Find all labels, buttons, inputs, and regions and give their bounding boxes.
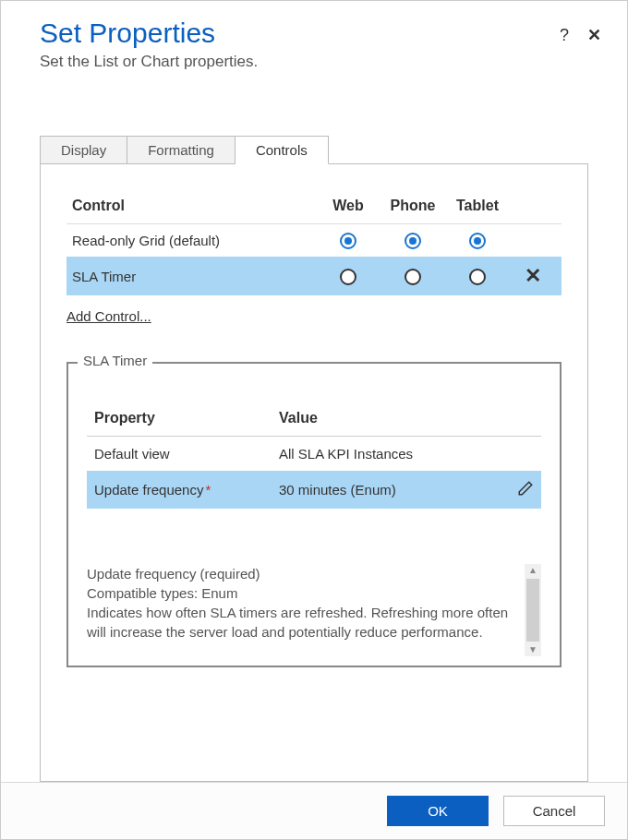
radio-phone[interactable]	[405, 269, 421, 285]
radio-phone[interactable]	[405, 233, 421, 249]
add-control-link[interactable]: Add Control...	[66, 308, 151, 324]
ok-button[interactable]: OK	[387, 796, 489, 826]
desc-body: Indicates how often SLA timers are refre…	[87, 603, 517, 642]
edit-icon[interactable]	[497, 480, 534, 499]
desc-line-types: Compatible types: Enum	[87, 583, 517, 603]
close-icon[interactable]: ✕	[587, 27, 601, 43]
control-row-sla-timer[interactable]: SLA Timer ✕	[66, 257, 562, 295]
property-name: Default view	[94, 446, 279, 462]
scroll-down-icon[interactable]: ▼	[528, 643, 537, 656]
header-actions: ? ✕	[560, 27, 601, 43]
radio-web[interactable]	[340, 269, 356, 285]
property-value: 30 minutes (Enum)	[279, 482, 497, 498]
help-icon[interactable]: ?	[560, 27, 569, 43]
set-properties-dialog: Set Properties Set the List or Chart pro…	[0, 0, 628, 840]
tabs-container: Display Formatting Controls Control Web …	[1, 71, 627, 782]
radio-web[interactable]	[340, 233, 356, 249]
fieldset-legend: SLA Timer	[78, 353, 152, 368]
property-name: Update frequency*	[94, 482, 279, 498]
dialog-subtitle: Set the List or Chart properties.	[40, 53, 599, 71]
property-row-update-frequency[interactable]: Update frequency* 30 minutes (Enum)	[87, 471, 541, 509]
radio-tablet[interactable]	[469, 233, 486, 249]
col-value: Value	[279, 410, 497, 426]
property-description: Update frequency (required) Compatible t…	[87, 564, 517, 656]
desc-line-title: Update frequency (required)	[87, 564, 517, 583]
col-phone: Phone	[380, 198, 445, 214]
cancel-button[interactable]: Cancel	[503, 796, 605, 826]
control-name: SLA Timer	[72, 269, 316, 284]
description-scrollbar[interactable]: ▲ ▼	[525, 564, 541, 656]
control-table: Control Web Phone Tablet Read-only Grid …	[66, 190, 562, 295]
control-table-header: Control Web Phone Tablet	[66, 190, 562, 224]
col-tablet: Tablet	[445, 198, 510, 214]
radio-tablet[interactable]	[469, 269, 486, 285]
tab-content-controls: Control Web Phone Tablet Read-only Grid …	[40, 164, 588, 782]
property-description-area: Update frequency (required) Compatible t…	[87, 564, 541, 656]
dialog-header: Set Properties Set the List or Chart pro…	[1, 1, 627, 71]
property-value: All SLA KPI Instances	[279, 446, 497, 462]
remove-control-icon[interactable]: ✕	[510, 264, 556, 288]
dialog-title: Set Properties	[40, 18, 599, 49]
col-property: Property	[94, 410, 279, 426]
scroll-up-icon[interactable]: ▲	[528, 564, 537, 577]
tab-display[interactable]: Display	[40, 136, 127, 163]
col-control: Control	[72, 198, 316, 214]
col-web: Web	[316, 198, 380, 214]
required-star-icon: *	[205, 482, 211, 498]
dialog-footer: OK Cancel	[1, 782, 627, 839]
tab-controls[interactable]: Controls	[236, 136, 329, 164]
tabstrip: Display Formatting Controls	[40, 136, 588, 164]
property-row-default-view[interactable]: Default view All SLA KPI Instances	[87, 437, 541, 471]
control-name: Read-only Grid (default)	[72, 233, 316, 248]
control-row-readonly-grid[interactable]: Read-only Grid (default)	[66, 224, 562, 257]
property-table-header: Property Value	[87, 401, 541, 437]
scroll-thumb[interactable]	[526, 579, 539, 642]
tab-formatting[interactable]: Formatting	[127, 136, 236, 163]
sla-timer-fieldset: SLA Timer Property Value Default view Al…	[66, 362, 562, 667]
